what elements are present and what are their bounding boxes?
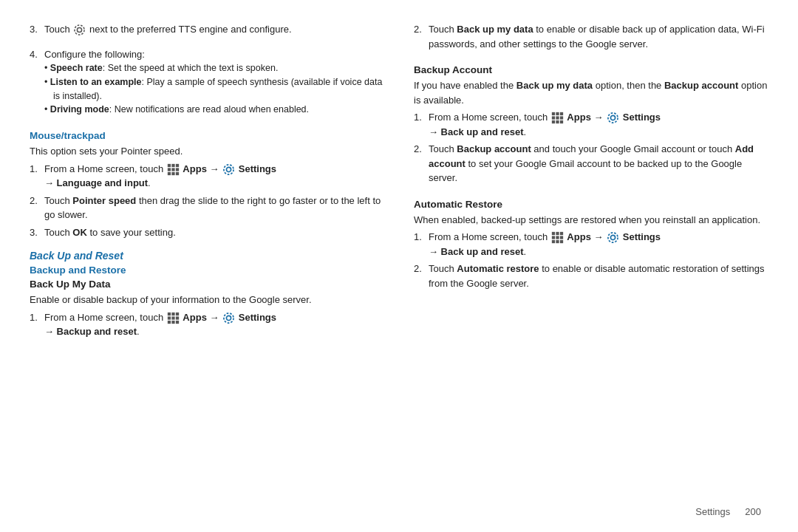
tts-step3: 3. Touch next to the preferred TTS engin… — [30, 22, 384, 40]
right-step2-section: 2. Touch Back up my data to enable or di… — [414, 22, 768, 54]
gear-tts-icon — [73, 24, 86, 36]
left-column: 3. Touch next to the preferred TTS engin… — [30, 22, 384, 510]
backup-account-desc: If you have enabled the Back up my data … — [414, 78, 768, 107]
right-column: 2. Touch Back up my data to enable or di… — [414, 22, 768, 510]
page-content: 3. Touch next to the preferred TTS engin… — [0, 0, 798, 532]
mouse-trackpad-heading: Mouse/trackpad — [30, 130, 384, 141]
automatic-restore-section: Automatic Restore When enabled, backed-u… — [414, 196, 768, 294]
settings-icon-2 — [222, 312, 235, 324]
auto-restore-desc: When enabled, backed-up settings are res… — [414, 213, 768, 228]
mouse-step-3: 3. Touch OK to save your setting. — [30, 225, 384, 240]
settings-icon — [222, 163, 235, 176]
mouse-desc: This option sets your Pointer speed. — [30, 144, 384, 159]
step-4-item: 4. Configure the following: Speech rate:… — [30, 47, 384, 120]
ar-step-2: 2. Touch Automatic restore to enable or … — [414, 262, 768, 290]
backup-step-1: 1. From a Home screen, touch Apps → Sett… — [30, 310, 384, 339]
bullet-speech-rate: Speech rate: Set the speed at which the … — [44, 61, 384, 75]
ba-step-2: 2. Touch Backup account and touch your G… — [414, 142, 768, 185]
settings-icon-3 — [607, 112, 619, 124]
backup-restore-heading: Backup and Restore — [30, 265, 384, 276]
backup-account-heading: Backup Account — [414, 64, 768, 75]
right-step-2: 2. Touch Back up my data to enable or di… — [414, 22, 768, 51]
footer-label: Settings — [695, 506, 730, 517]
step-3-item: 3. Touch next to the preferred TTS engin… — [30, 22, 384, 37]
back-up-my-data-heading: Back Up My Data — [30, 279, 384, 290]
bullet-listen: Listen to an example: Play a sample of s… — [44, 75, 384, 103]
back-up-reset-heading: Back Up and Reset — [30, 250, 384, 262]
backup-account-section: Backup Account If you have enabled the B… — [414, 61, 768, 188]
tts-step4: 4. Configure the following: Speech rate:… — [30, 47, 384, 123]
bullet-driving: Driving mode: New notifications are read… — [44, 103, 384, 117]
automatic-restore-heading: Automatic Restore — [414, 199, 768, 210]
apps-grid-icon-2 — [167, 312, 180, 324]
page-footer: Settings 200 — [695, 506, 761, 517]
mouse-trackpad-section: Mouse/trackpad This option sets your Poi… — [30, 130, 384, 242]
apps-grid-icon — [167, 163, 180, 176]
backup-desc: Enable or disable backup of your informa… — [30, 293, 384, 307]
configure-bullets: Speech rate: Set the speed at which the … — [44, 61, 384, 117]
ba-step-1: 1. From a Home screen, touch Apps → Sett… — [414, 110, 768, 139]
mouse-step-1: 1. From a Home screen, touch Apps → Sett… — [30, 162, 384, 191]
back-up-reset-section: Back Up and Reset Backup and Restore Bac… — [30, 250, 384, 342]
footer-page-number: 200 — [745, 506, 761, 517]
apps-grid-icon-3 — [551, 112, 564, 124]
mouse-step-2: 2. Touch Pointer speed then drag the sli… — [30, 194, 384, 222]
ar-step-1: 1. From a Home screen, touch Apps → Sett… — [414, 230, 768, 259]
settings-icon-4 — [607, 231, 619, 244]
apps-grid-icon-4 — [551, 231, 564, 244]
